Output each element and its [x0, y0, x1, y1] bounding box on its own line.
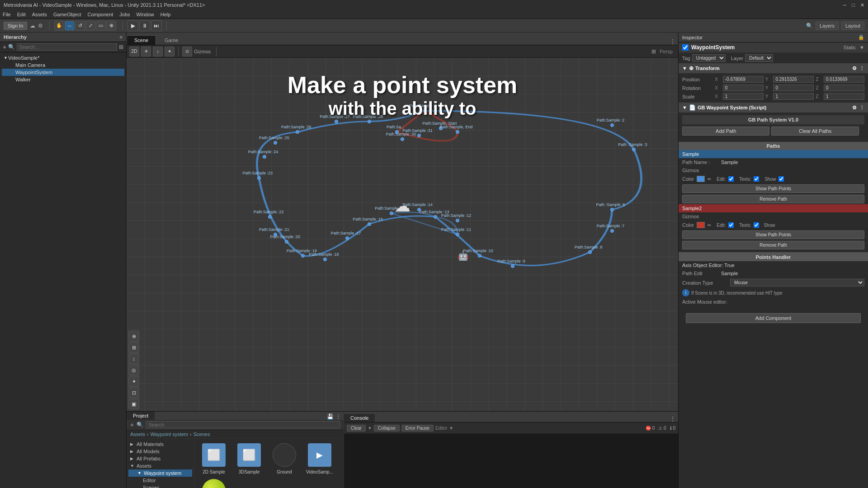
waypoint-w30[interactable]: Path:Sample :30: [401, 137, 404, 141]
console-editor-arrow[interactable]: ▼: [449, 426, 453, 431]
path-color-edit-1[interactable]: ✏: [708, 177, 711, 182]
scale-x[interactable]: 1: [723, 93, 764, 100]
layout-button[interactable]: Layout: [841, 22, 864, 30]
waypoint-w21[interactable]: Path:Sample :21: [274, 233, 277, 236]
asset-2dsample[interactable]: ⬜ 2D Sample: [198, 442, 230, 474]
hierarchy-collapse-icon[interactable]: ⊞: [119, 44, 123, 50]
sidebar-all-prefabs[interactable]: ▶All Prefabs: [128, 455, 192, 462]
asset-3dsample[interactable]: ⬜ 3DSample: [233, 442, 265, 474]
waypoint-w10[interactable]: Path:Sample :10: [478, 254, 481, 258]
clear-all-paths-button[interactable]: Clear All Paths: [771, 127, 859, 136]
project-search-input[interactable]: [146, 421, 340, 428]
transform-component-header[interactable]: ▼ ⊕ Transform ⚙ ⋮: [679, 63, 868, 73]
scene-handle-3[interactable]: ↕: [128, 353, 139, 364]
waypoint-w2[interactable]: Path:Sample :2: [610, 123, 614, 127]
scene-fx-toggle[interactable]: ✦: [165, 47, 175, 56]
waypoint-w22[interactable]: Path:Sample :22: [268, 215, 272, 219]
scene-handle-2[interactable]: ⊞: [128, 342, 139, 353]
waypoint-w26[interactable]: Path:Sample :26: [296, 130, 299, 134]
scene-handle-1[interactable]: ⊕: [128, 331, 139, 342]
remove-path-button-2[interactable]: Remove Path: [682, 241, 864, 249]
waypoint-w29[interactable]: Path:Sa...: [395, 130, 399, 134]
tab-project[interactable]: Project: [127, 412, 155, 420]
hierarchy-menu-icon[interactable]: ≡: [120, 34, 123, 40]
creation-type-select[interactable]: Mouse HIT: [730, 279, 864, 286]
hierarchy-item-waypointsystem[interactable]: WaypointSystem: [2, 69, 124, 76]
sidebar-all-materials[interactable]: ▶All Materials: [128, 441, 192, 448]
project-search-icon[interactable]: 🔍: [137, 422, 143, 428]
waypoint-w13[interactable]: Path:Sample :13: [434, 215, 437, 219]
tag-select[interactable]: Untagged: [692, 54, 726, 62]
waypoint-w25[interactable]: Path:Sample :25: [274, 141, 277, 145]
waypoint-w23[interactable]: Path:Sample :23: [257, 176, 261, 180]
position-z[interactable]: 0.0133669: [824, 76, 864, 83]
breadcrumb-assets[interactable]: Assets: [130, 432, 145, 437]
scene-handle-4[interactable]: ◎: [128, 365, 139, 375]
asset-walker3d[interactable]: Walker3d: [198, 478, 230, 488]
menu-help[interactable]: Help: [160, 12, 171, 17]
sidebar-scenes[interactable]: Scenes: [128, 484, 192, 488]
rotation-z[interactable]: 0: [824, 84, 864, 91]
position-x[interactable]: -0.678069: [723, 76, 764, 83]
scene-viewport[interactable]: Make a point system with the ability to …: [127, 58, 678, 411]
waypoint-w1[interactable]: Path:Sample :1: [423, 109, 426, 113]
waypoint-w18[interactable]: Path:Sample :18: [323, 258, 327, 261]
hierarchy-item-videosample[interactable]: ▼ VideoSample*: [2, 54, 124, 61]
hierarchy-search-icon[interactable]: 🔍: [8, 44, 15, 50]
show-path-points-button-1[interactable]: Show Path Points: [682, 184, 864, 193]
play-button[interactable]: ▶: [127, 20, 138, 31]
asset-videosamp[interactable]: ▶ VideoSamp...: [304, 442, 335, 474]
project-save-icon[interactable]: 💾: [327, 413, 334, 420]
scene-2d-toggle[interactable]: 2D: [129, 47, 139, 56]
hierarchy-add-icon[interactable]: +: [3, 43, 6, 51]
console-more-icon[interactable]: ⋮: [670, 416, 675, 422]
asset-ground[interactable]: Ground: [269, 442, 300, 474]
add-component-button[interactable]: Add Component: [686, 313, 861, 323]
project-add-icon[interactable]: +: [130, 421, 134, 428]
close-button[interactable]: ✕: [860, 2, 864, 8]
path-color-edit-2[interactable]: ✏: [708, 223, 711, 228]
maximize-button[interactable]: □: [852, 2, 855, 8]
tab-game[interactable]: Game: [157, 35, 186, 45]
transform-settings-icon[interactable]: ⚙: [852, 66, 857, 71]
sidebar-waypoint-system[interactable]: ▼Waypoint system: [128, 469, 192, 477]
sidebar-editor[interactable]: Editor: [128, 477, 192, 484]
waypoint-w20[interactable]: Path:Sample :20: [285, 240, 288, 244]
path-show-checkbox-1[interactable]: [778, 176, 784, 182]
waypoint-w7[interactable]: Path:Sample :7: [610, 229, 614, 233]
scene-handle-5[interactable]: ✦: [128, 376, 139, 387]
scale-y[interactable]: 1: [773, 93, 814, 100]
path-item-sample[interactable]: Sample: [679, 150, 868, 158]
rotate-tool[interactable]: ↺: [75, 21, 85, 31]
menu-gameobject[interactable]: GameObject: [53, 12, 81, 17]
collab-icon[interactable]: ⚙: [38, 23, 43, 29]
waypoint-w14[interactable]: Path:Sample :14: [417, 208, 421, 211]
console-collapse-button[interactable]: Collapse: [374, 425, 400, 432]
path-texts-checkbox-2[interactable]: [754, 222, 759, 228]
remove-path-button-1[interactable]: Remove Path: [682, 195, 864, 203]
waypoint-w24[interactable]: Path:Sample :24: [263, 155, 266, 159]
search-icon[interactable]: 🔍: [806, 23, 813, 29]
waypoint-w28[interactable]: Path:Sample :28: [368, 120, 371, 123]
waypoint-w16[interactable]: Path:Sample :16: [368, 222, 371, 226]
scene-grid-icon[interactable]: ⊞: [651, 48, 656, 55]
move-tool[interactable]: ↔: [65, 21, 75, 31]
path-texts-checkbox-1[interactable]: [754, 176, 759, 182]
hierarchy-item-walker[interactable]: Walker: [2, 76, 124, 83]
path-item-sample2[interactable]: Sample2: [679, 204, 868, 212]
breadcrumb-waypoint-system[interactable]: Waypoint system: [151, 432, 188, 437]
inspector-lock-icon[interactable]: 🔒: [858, 34, 864, 40]
waypoint-w8[interactable]: Path:Sample :8: [588, 250, 592, 254]
waypoint-w15[interactable]: Path:Sample :15: [390, 211, 393, 215]
waypoint-w12[interactable]: Path:Sample :12: [456, 219, 459, 222]
waypoint-w19[interactable]: Path:Sample :19: [301, 254, 305, 258]
waypoint-w27[interactable]: Path:Sample :27: [335, 120, 338, 123]
signin-button[interactable]: Sign In: [4, 22, 27, 30]
scene-lighting-toggle[interactable]: ☀: [141, 47, 151, 56]
gb-script-component-header[interactable]: ▼ 📄 GB Waypoint System (Script) ⚙ ⋮: [679, 103, 868, 113]
project-more-icon[interactable]: ⋮: [335, 413, 341, 420]
path-color-swatch-1[interactable]: [697, 176, 705, 182]
transform-more-icon[interactable]: ⋮: [859, 66, 864, 71]
rotation-y[interactable]: 0: [773, 84, 814, 91]
clear-arrow-icon[interactable]: ▼: [368, 426, 372, 431]
